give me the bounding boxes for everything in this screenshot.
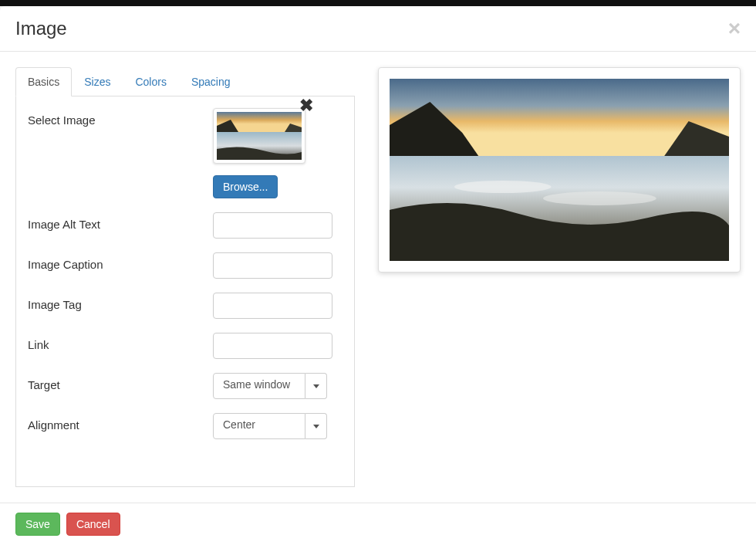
label-target: Target: [28, 373, 213, 391]
image-modal: Image × Basics Sizes Colors Spacing Sele…: [0, 6, 756, 545]
row-caption: Image Caption: [28, 252, 343, 279]
target-value: Same window: [213, 373, 305, 399]
save-button[interactable]: Save: [15, 513, 60, 536]
label-tag: Image Tag: [28, 293, 213, 311]
browse-button[interactable]: Browse...: [213, 175, 278, 198]
cancel-button[interactable]: Cancel: [66, 513, 120, 536]
alignment-caret[interactable]: [305, 413, 327, 439]
tabs: Basics Sizes Colors Spacing: [15, 67, 355, 96]
coastal-image-icon: [217, 112, 302, 160]
tab-spacing[interactable]: Spacing: [179, 67, 243, 96]
caption-input[interactable]: [213, 252, 332, 279]
select-image-controls: ✖: [213, 108, 343, 198]
preview-image: [390, 79, 729, 261]
form-panel: Basics Sizes Colors Spacing Select Image…: [15, 67, 355, 487]
thumbnail-wrap: ✖: [213, 108, 305, 166]
label-alignment: Alignment: [28, 413, 213, 432]
modal-body: Basics Sizes Colors Spacing Select Image…: [0, 52, 756, 503]
link-input[interactable]: [213, 333, 332, 359]
tag-input[interactable]: [213, 293, 332, 319]
row-tag: Image Tag: [28, 293, 343, 319]
alt-text-input[interactable]: [213, 212, 332, 239]
image-thumbnail[interactable]: [213, 108, 305, 164]
label-alt-text: Image Alt Text: [28, 212, 213, 231]
label-select-image: Select Image: [28, 108, 213, 127]
target-caret[interactable]: [305, 373, 327, 399]
svg-point-4: [454, 181, 552, 193]
label-link: Link: [28, 333, 213, 351]
modal-footer: Save Cancel: [0, 503, 756, 545]
row-select-image: Select Image ✖: [28, 108, 343, 198]
row-link: Link: [28, 333, 343, 359]
preview-panel: [378, 67, 741, 487]
row-target: Target Same window: [28, 373, 343, 399]
close-button[interactable]: ×: [728, 18, 741, 39]
svg-point-5: [543, 191, 656, 205]
close-icon: ✖: [299, 96, 313, 115]
chevron-down-icon: [313, 425, 319, 428]
tab-content[interactable]: Select Image ✖: [15, 96, 355, 487]
backdrop: [0, 0, 756, 6]
modal-header: Image ×: [0, 6, 756, 52]
target-dropdown[interactable]: Same window: [213, 373, 327, 399]
row-alignment: Alignment Center: [28, 413, 343, 439]
label-caption: Image Caption: [28, 252, 213, 271]
row-alt-text: Image Alt Text: [28, 212, 343, 239]
alignment-dropdown[interactable]: Center: [213, 413, 327, 439]
remove-image-button[interactable]: ✖: [299, 97, 313, 114]
alignment-value: Center: [213, 413, 305, 439]
close-icon: ×: [728, 16, 741, 40]
chevron-down-icon: [313, 384, 319, 388]
coastal-image-icon: [390, 79, 729, 261]
tab-colors[interactable]: Colors: [123, 67, 178, 96]
tab-basics[interactable]: Basics: [15, 67, 72, 96]
modal-title: Image: [15, 18, 67, 39]
preview-card: [378, 67, 741, 272]
tab-sizes[interactable]: Sizes: [72, 67, 123, 96]
